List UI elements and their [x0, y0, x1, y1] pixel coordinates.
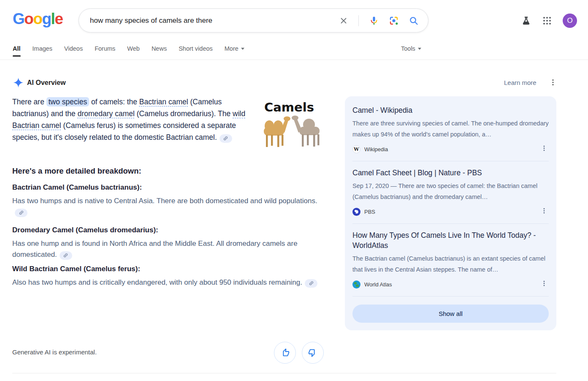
- camels-caption: Camels: [264, 100, 314, 114]
- dromedary-camel-link[interactable]: dromedary camel: [78, 109, 135, 118]
- account-avatar[interactable]: O: [563, 14, 577, 28]
- link-icon: [309, 280, 314, 286]
- thumbs-up-icon: [280, 348, 290, 357]
- voice-search-button[interactable]: [369, 16, 379, 26]
- highlighted-answer: two species: [46, 97, 89, 106]
- sources-panel: Camel - Wikipedia There are three surviv…: [345, 96, 556, 330]
- google-search-results-page: Google: [0, 0, 588, 381]
- tab-more[interactable]: More: [225, 41, 244, 59]
- source-menu-button[interactable]: [539, 279, 549, 290]
- tools-button[interactable]: Tools: [401, 45, 421, 52]
- results-divider: [12, 373, 556, 373]
- bactrian-camel-link[interactable]: Bactrian camel: [139, 98, 188, 106]
- section-title: Wild Bactrian Camel (Camelus ferus):: [12, 265, 328, 273]
- ai-overview-menu-button[interactable]: [548, 77, 558, 89]
- tab-forums[interactable]: Forums: [95, 41, 115, 59]
- generative-ai-disclaimer: Generative AI is experimental.: [12, 348, 97, 356]
- search-submit-button[interactable]: [409, 16, 419, 26]
- source-domain-label: Wikipedia: [364, 146, 539, 152]
- source-domain-label: World Atlas: [364, 281, 539, 288]
- source-menu-button[interactable]: [539, 144, 549, 155]
- clear-search-button[interactable]: [339, 16, 348, 25]
- search-icon: [409, 16, 419, 26]
- section-body: Also has two humps and is critically end…: [12, 278, 302, 286]
- wikipedia-icon: W: [352, 145, 360, 153]
- link-icon: [63, 253, 68, 258]
- chevron-down-icon: [418, 48, 421, 50]
- tab-images[interactable]: Images: [33, 41, 53, 59]
- camels-image-thumbnail[interactable]: Camels: [254, 96, 324, 152]
- ai-overview-intro: There are two species of camels: the Bac…: [12, 96, 249, 143]
- close-icon: [339, 16, 348, 25]
- source-link-chip[interactable]: [219, 134, 232, 143]
- thumbs-down-button[interactable]: [302, 342, 324, 364]
- source-card-pbs[interactable]: Camel Fact Sheet | Blog | Nature - PBS S…: [352, 168, 549, 224]
- source-menu-button[interactable]: [539, 206, 549, 217]
- section-body: Has one hump and is found in North Afric…: [12, 239, 298, 259]
- more-vert-icon: [540, 144, 548, 152]
- source-link-chip[interactable]: [60, 251, 72, 260]
- ai-overview-title: AI Overview: [27, 79, 66, 87]
- results-nav-bar: All Images Videos Forums Web News Short …: [0, 41, 588, 60]
- lens-camera-icon: [389, 16, 399, 26]
- worldatlas-icon: [352, 280, 360, 288]
- breakdown-section-dromedary: Dromedary Camel (Camelus dromedarius): H…: [12, 226, 328, 260]
- more-vert-icon: [540, 280, 548, 287]
- thumbs-up-button[interactable]: [274, 342, 296, 364]
- apps-grid-icon: [542, 16, 552, 26]
- tab-web[interactable]: Web: [127, 41, 140, 59]
- source-card-worldatlas[interactable]: How Many Types Of Camels Live In The Wor…: [352, 230, 549, 297]
- intro-text: There are: [12, 98, 46, 106]
- google-apps-button[interactable]: [542, 16, 552, 26]
- source-snippet: Sep 17, 2020 — There are two species of …: [352, 181, 549, 202]
- breakdown-section-bactrian: Bactrian Camel (Camelus bactrianus): Has…: [12, 183, 328, 218]
- source-title[interactable]: Camel Fact Sheet | Blog | Nature - PBS: [352, 168, 549, 178]
- chevron-down-icon: [241, 48, 244, 50]
- show-all-button[interactable]: Show all: [352, 305, 549, 323]
- ai-sparkle-icon: [13, 77, 24, 90]
- google-lens-button[interactable]: [389, 16, 399, 26]
- source-title[interactable]: Camel - Wikipedia: [352, 105, 549, 115]
- section-title: Bactrian Camel (Camelus bactrianus):: [12, 183, 328, 192]
- source-domain-label: PBS: [364, 209, 539, 215]
- source-card-wikipedia[interactable]: Camel - Wikipedia There are three surviv…: [352, 105, 549, 161]
- breakdown-section-wild-bactrian: Wild Bactrian Camel (Camelus ferus): Als…: [12, 265, 328, 288]
- link-icon: [223, 136, 228, 141]
- microphone-icon: [369, 16, 379, 26]
- more-vert-icon: [549, 78, 557, 87]
- section-title: Dromedary Camel (Camelus dromedarius):: [12, 226, 328, 234]
- thumbs-down-icon: [308, 348, 317, 357]
- search-input[interactable]: [90, 16, 339, 25]
- google-logo[interactable]: Google: [13, 10, 62, 28]
- search-bar-divider: [358, 15, 359, 26]
- more-vert-icon: [540, 207, 548, 215]
- tab-videos[interactable]: Videos: [64, 41, 83, 59]
- tab-all[interactable]: All: [13, 41, 21, 59]
- learn-more-link[interactable]: Learn more: [504, 79, 537, 86]
- source-title[interactable]: How Many Types Of Camels Live In The Wor…: [352, 230, 549, 250]
- section-body: Has two humps and is native to Central A…: [12, 197, 317, 205]
- source-link-chip[interactable]: [15, 209, 27, 217]
- tab-news[interactable]: News: [152, 41, 167, 59]
- link-icon: [19, 210, 24, 215]
- tab-short-videos[interactable]: Short videos: [179, 41, 213, 59]
- search-bar[interactable]: [79, 8, 428, 33]
- source-snippet: The Bactrian camel (Camelus bactrianus) …: [352, 253, 549, 275]
- labs-button[interactable]: [521, 16, 531, 26]
- breakdown-heading: Here's a more detailed breakdown:: [12, 166, 141, 176]
- pbs-icon: [352, 208, 360, 216]
- source-snippet: There are three surviving species of cam…: [352, 118, 549, 140]
- source-link-chip[interactable]: [305, 279, 317, 288]
- labs-flask-icon: [521, 16, 531, 26]
